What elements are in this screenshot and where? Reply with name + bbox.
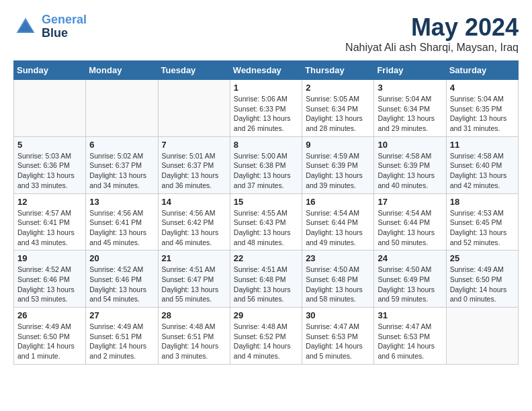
day-info: Sunrise: 4:54 AMSunset: 6:44 PMDaylight:…	[306, 208, 370, 248]
day-cell: 22Sunrise: 4:51 AMSunset: 6:48 PMDayligh…	[230, 250, 302, 308]
day-number: 23	[306, 253, 370, 263]
day-info: Sunrise: 5:06 AMSunset: 6:33 PMDaylight:…	[234, 94, 298, 134]
day-header-thursday: Thursday	[302, 61, 374, 80]
day-number: 8	[234, 140, 298, 150]
day-info: Sunrise: 4:52 AMSunset: 6:46 PMDaylight:…	[89, 265, 154, 304]
day-cell	[14, 80, 86, 137]
day-info: Sunrise: 4:49 AMSunset: 6:50 PMDaylight:…	[450, 265, 515, 304]
day-number: 2	[306, 83, 370, 93]
day-cell: 27Sunrise: 4:49 AMSunset: 6:51 PMDayligh…	[86, 308, 158, 365]
day-cell: 7Sunrise: 5:01 AMSunset: 6:37 PMDaylight…	[158, 136, 230, 193]
week-row-5: 26Sunrise: 4:49 AMSunset: 6:50 PMDayligh…	[14, 308, 519, 365]
day-number: 17	[378, 197, 442, 207]
day-cell: 24Sunrise: 4:50 AMSunset: 6:49 PMDayligh…	[374, 250, 446, 308]
day-cell: 15Sunrise: 4:55 AMSunset: 6:43 PMDayligh…	[230, 193, 302, 250]
day-cell: 3Sunrise: 5:04 AMSunset: 6:34 PMDaylight…	[374, 80, 446, 137]
day-cell: 1Sunrise: 5:06 AMSunset: 6:33 PMDaylight…	[230, 80, 302, 137]
day-cell: 2Sunrise: 5:05 AMSunset: 6:34 PMDaylight…	[302, 80, 374, 137]
day-cell: 26Sunrise: 4:49 AMSunset: 6:50 PMDayligh…	[14, 308, 86, 365]
day-number: 15	[234, 197, 298, 207]
day-number: 24	[378, 253, 442, 263]
day-number: 21	[162, 253, 226, 263]
week-row-1: 1Sunrise: 5:06 AMSunset: 6:33 PMDaylight…	[14, 80, 519, 137]
title-block: May 2024 Nahiyat Ali ash Sharqi, Maysan,…	[345, 13, 519, 54]
logo-icon	[13, 15, 38, 39]
day-number: 30	[306, 310, 370, 320]
header-row: SundayMondayTuesdayWednesdayThursdayFrid…	[14, 61, 519, 80]
day-number: 20	[89, 253, 154, 263]
day-number: 31	[378, 310, 442, 320]
day-number: 26	[17, 310, 82, 320]
day-number: 7	[162, 140, 226, 150]
day-cell: 25Sunrise: 4:49 AMSunset: 6:50 PMDayligh…	[446, 250, 518, 308]
day-cell: 21Sunrise: 4:51 AMSunset: 6:47 PMDayligh…	[158, 250, 230, 308]
day-number: 14	[162, 197, 226, 207]
day-cell: 6Sunrise: 5:02 AMSunset: 6:37 PMDaylight…	[86, 136, 158, 193]
logo-text: General Blue	[42, 13, 87, 40]
location-title: Nahiyat Ali ash Sharqi, Maysan, Iraq	[345, 42, 519, 54]
day-header-saturday: Saturday	[446, 61, 518, 80]
day-number: 13	[89, 197, 154, 207]
month-title: May 2024	[345, 13, 519, 42]
day-header-wednesday: Wednesday	[230, 61, 302, 80]
logo: General Blue	[13, 13, 87, 40]
day-cell: 9Sunrise: 4:59 AMSunset: 6:39 PMDaylight…	[302, 136, 374, 193]
day-cell: 12Sunrise: 4:57 AMSunset: 6:41 PMDayligh…	[14, 193, 86, 250]
day-info: Sunrise: 4:51 AMSunset: 6:47 PMDaylight:…	[162, 265, 226, 304]
day-info: Sunrise: 4:49 AMSunset: 6:51 PMDaylight:…	[89, 322, 154, 361]
day-header-friday: Friday	[374, 61, 446, 80]
day-info: Sunrise: 4:50 AMSunset: 6:48 PMDaylight:…	[306, 265, 370, 304]
day-number: 6	[89, 140, 154, 150]
day-info: Sunrise: 4:51 AMSunset: 6:48 PMDaylight:…	[234, 265, 298, 304]
day-info: Sunrise: 4:57 AMSunset: 6:41 PMDaylight:…	[17, 208, 82, 248]
day-info: Sunrise: 4:50 AMSunset: 6:49 PMDaylight:…	[378, 265, 442, 304]
day-info: Sunrise: 4:56 AMSunset: 6:42 PMDaylight:…	[162, 208, 226, 248]
day-number: 9	[306, 140, 370, 150]
day-header-monday: Monday	[86, 61, 158, 80]
day-info: Sunrise: 4:48 AMSunset: 6:52 PMDaylight:…	[234, 322, 298, 361]
day-info: Sunrise: 4:58 AMSunset: 6:40 PMDaylight:…	[450, 151, 515, 191]
day-cell: 17Sunrise: 4:54 AMSunset: 6:44 PMDayligh…	[374, 193, 446, 250]
day-cell: 14Sunrise: 4:56 AMSunset: 6:42 PMDayligh…	[158, 193, 230, 250]
day-cell	[446, 308, 518, 365]
day-info: Sunrise: 4:53 AMSunset: 6:45 PMDaylight:…	[450, 208, 515, 248]
day-cell: 5Sunrise: 5:03 AMSunset: 6:36 PMDaylight…	[14, 136, 86, 193]
day-cell: 16Sunrise: 4:54 AMSunset: 6:44 PMDayligh…	[302, 193, 374, 250]
day-info: Sunrise: 5:05 AMSunset: 6:34 PMDaylight:…	[306, 94, 370, 134]
day-number: 25	[450, 253, 515, 263]
calendar-table: SundayMondayTuesdayWednesdayThursdayFrid…	[13, 60, 519, 365]
day-cell: 30Sunrise: 4:47 AMSunset: 6:53 PMDayligh…	[302, 308, 374, 365]
day-number: 28	[162, 310, 226, 320]
day-cell: 10Sunrise: 4:58 AMSunset: 6:39 PMDayligh…	[374, 136, 446, 193]
day-number: 19	[17, 253, 82, 263]
day-info: Sunrise: 5:00 AMSunset: 6:38 PMDaylight:…	[234, 151, 298, 191]
day-header-sunday: Sunday	[14, 61, 86, 80]
day-info: Sunrise: 5:04 AMSunset: 6:34 PMDaylight:…	[378, 94, 442, 134]
day-number: 1	[234, 83, 298, 93]
day-info: Sunrise: 5:02 AMSunset: 6:37 PMDaylight:…	[89, 151, 154, 191]
day-number: 10	[378, 140, 442, 150]
day-number: 12	[17, 197, 82, 207]
calendar-container: General Blue May 2024 Nahiyat Ali ash Sh…	[13, 13, 519, 365]
day-info: Sunrise: 4:52 AMSunset: 6:46 PMDaylight:…	[17, 265, 82, 304]
day-cell: 31Sunrise: 4:47 AMSunset: 6:53 PMDayligh…	[374, 308, 446, 365]
day-number: 29	[234, 310, 298, 320]
day-cell: 29Sunrise: 4:48 AMSunset: 6:52 PMDayligh…	[230, 308, 302, 365]
header: General Blue May 2024 Nahiyat Ali ash Sh…	[13, 13, 519, 54]
day-number: 18	[450, 197, 515, 207]
day-cell: 4Sunrise: 5:04 AMSunset: 6:35 PMDaylight…	[446, 80, 518, 137]
day-info: Sunrise: 4:56 AMSunset: 6:41 PMDaylight:…	[89, 208, 154, 248]
day-cell: 28Sunrise: 4:48 AMSunset: 6:51 PMDayligh…	[158, 308, 230, 365]
day-number: 16	[306, 197, 370, 207]
day-info: Sunrise: 4:49 AMSunset: 6:50 PMDaylight:…	[17, 322, 82, 361]
day-number: 11	[450, 140, 515, 150]
day-cell	[86, 80, 158, 137]
day-cell: 8Sunrise: 5:00 AMSunset: 6:38 PMDaylight…	[230, 136, 302, 193]
day-cell: 19Sunrise: 4:52 AMSunset: 6:46 PMDayligh…	[14, 250, 86, 308]
day-number: 5	[17, 140, 82, 150]
day-number: 27	[89, 310, 154, 320]
day-info: Sunrise: 4:59 AMSunset: 6:39 PMDaylight:…	[306, 151, 370, 191]
day-number: 22	[234, 253, 298, 263]
day-cell	[158, 80, 230, 137]
day-number: 4	[450, 83, 515, 93]
